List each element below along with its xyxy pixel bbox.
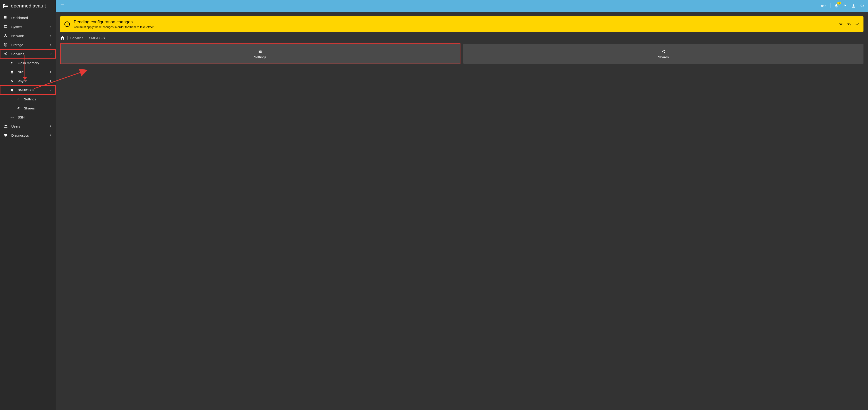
sidebar-item-label: Flash memory: [18, 61, 53, 65]
banner-title: Pending configuration changes: [74, 20, 835, 24]
user-button[interactable]: [851, 3, 856, 8]
sidebar-item-flash-memory[interactable]: Flash memory: [0, 58, 56, 67]
sidebar-item-rsync[interactable]: Rsync: [0, 77, 56, 86]
breadcrumb-smb[interactable]: SMB/CIFS: [89, 36, 105, 40]
sidebar-item-services[interactable]: Services: [0, 49, 56, 58]
svg-rect-12: [4, 18, 5, 18]
breadcrumb-home-button[interactable]: [60, 35, 65, 40]
share-icon: [3, 52, 8, 56]
sidebar-item-label: Dashboard: [11, 16, 53, 20]
svg-rect-18: [4, 26, 7, 27]
logo-icon: [3, 3, 8, 8]
brand-text: openmediavault: [11, 3, 46, 8]
undo-icon: [847, 22, 851, 26]
sidebar-item-dashboard[interactable]: Dashboard: [0, 13, 56, 22]
banner-details-button[interactable]: [839, 22, 843, 26]
triangle-down-icon: [839, 22, 843, 26]
breadcrumb: Services SMB/CIFS: [60, 35, 864, 40]
sidebar-item-diagnostics[interactable]: Diagnostics: [0, 131, 56, 140]
svg-rect-11: [6, 16, 7, 17]
sidebar: Dashboard System Network Storage: [0, 12, 56, 410]
svg-point-46: [6, 125, 7, 126]
user-icon: [851, 4, 856, 8]
svg-point-45: [4, 125, 6, 126]
content-area: Pending configuration changes You must a…: [56, 12, 868, 410]
card-row: Settings Shares: [60, 43, 864, 64]
chevron-right-icon: [49, 71, 53, 73]
svg-rect-30: [11, 72, 12, 73]
sidebar-item-smb[interactable]: SMB/CIFS: [0, 86, 56, 94]
sidebar-item-label: Settings: [24, 97, 53, 101]
chevron-right-icon: [49, 35, 53, 37]
help-icon: [843, 4, 847, 8]
svg-rect-13: [5, 18, 6, 18]
sidebar-item-smb-shares[interactable]: Shares: [0, 104, 56, 113]
breadcrumb-services[interactable]: Services: [70, 36, 84, 40]
heartbeat-icon: [3, 133, 8, 137]
svg-rect-29: [11, 71, 13, 72]
windows-icon: [9, 88, 14, 92]
svg-line-27: [5, 53, 6, 54]
monitor-icon: [9, 70, 14, 74]
notifications-button[interactable]: 1: [834, 3, 839, 8]
info-icon: [64, 21, 70, 27]
topbar-actions: nas 1: [821, 3, 865, 8]
topbar-right: nas 1: [56, 0, 868, 12]
chevron-right-icon: [49, 80, 53, 82]
card-label: Settings: [254, 55, 266, 59]
flash-icon: [9, 61, 14, 65]
sidebar-item-storage[interactable]: Storage: [0, 40, 56, 49]
svg-rect-15: [4, 19, 5, 19]
svg-rect-37: [19, 98, 19, 98]
svg-line-60: [663, 51, 664, 52]
apps-icon: [3, 16, 8, 20]
svg-rect-53: [260, 50, 261, 51]
svg-point-23: [4, 43, 7, 44]
chevron-down-icon: [49, 89, 53, 91]
tune-icon: [16, 97, 21, 101]
sidebar-item-label: Diagnostics: [11, 134, 46, 137]
sidebar-item-network[interactable]: Network: [0, 31, 56, 40]
sidebar-item-label: NFS: [18, 70, 46, 74]
chevron-right-icon: [49, 125, 53, 127]
power-icon: [860, 4, 864, 8]
sidebar-item-label: Services: [11, 52, 46, 56]
banner-revert-button[interactable]: [847, 22, 851, 26]
sidebar-item-label: System: [11, 25, 46, 29]
topbar-divider: [830, 3, 831, 8]
svg-rect-49: [67, 24, 67, 26]
chevron-right-icon: [49, 134, 53, 136]
network-icon: [3, 34, 8, 38]
sidebar-item-users[interactable]: Users: [0, 122, 56, 131]
card-shares[interactable]: Shares: [463, 43, 864, 64]
sidebar-sub-smb: Settings Shares: [0, 94, 56, 113]
power-button[interactable]: [860, 3, 865, 8]
svg-line-43: [18, 108, 19, 108]
sidebar-item-nfs[interactable]: NFS: [0, 67, 56, 77]
banner-subtitle: You must apply these changes in order fo…: [74, 25, 835, 29]
banner-text: Pending configuration changes You must a…: [74, 20, 835, 29]
sidebar-item-label: Network: [11, 34, 46, 38]
sidebar-item-label: Users: [11, 124, 46, 128]
banner-apply-button[interactable]: [855, 22, 860, 26]
svg-point-48: [67, 23, 67, 23]
sidebar-item-smb-settings[interactable]: Settings: [0, 94, 56, 104]
sidebar-item-system[interactable]: System: [0, 22, 56, 31]
svg-point-8: [853, 4, 855, 6]
card-settings[interactable]: Settings: [60, 43, 460, 64]
svg-rect-32: [11, 80, 12, 81]
help-button[interactable]: [842, 3, 848, 8]
topbar-brand: openmediavault: [0, 0, 56, 12]
svg-line-59: [663, 50, 664, 51]
svg-rect-14: [6, 18, 7, 18]
storage-icon: [3, 43, 8, 47]
sidebar-item-ssh[interactable]: SSH SSH: [0, 113, 56, 122]
svg-rect-16: [5, 19, 6, 19]
sidebar-item-label: SMB/CIFS: [18, 88, 46, 92]
svg-rect-54: [259, 51, 260, 52]
menu-toggle-button[interactable]: [59, 2, 66, 9]
svg-line-28: [5, 54, 6, 55]
sidebar-item-label: SSH: [18, 115, 53, 119]
svg-rect-55: [260, 52, 261, 53]
share-icon: [16, 106, 21, 110]
